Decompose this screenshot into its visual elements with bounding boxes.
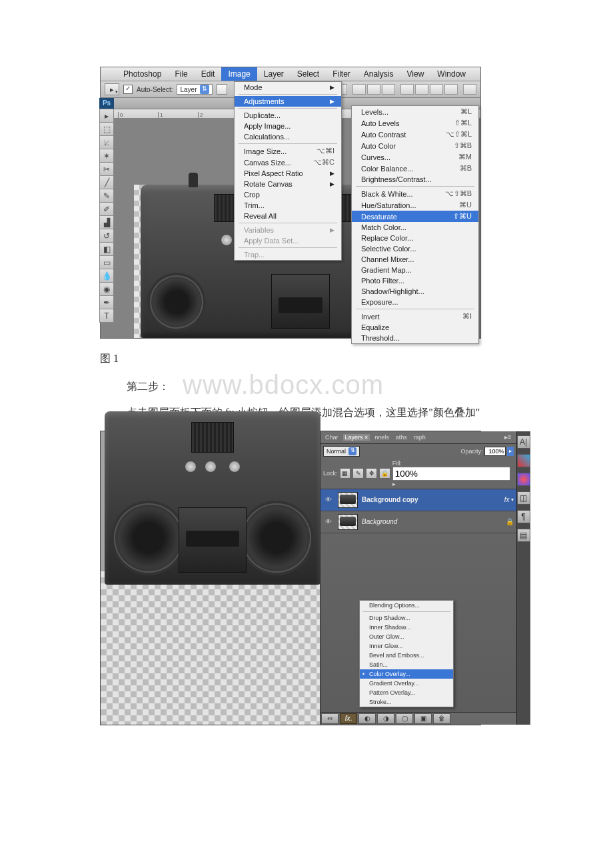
fx-inner-glow[interactable]: Inner Glow...	[360, 641, 453, 651]
add-mask-icon[interactable]: ◐	[358, 713, 376, 724]
menu-photoshop[interactable]: Photoshop	[117, 67, 168, 81]
auto-select-checkbox[interactable]: ✓	[123, 85, 133, 94]
layer-name[interactable]: Background	[362, 518, 506, 525]
menu-item-gradient-map[interactable]: Gradient Map...	[352, 265, 478, 275]
menu-item-threshold[interactable]: Threshold...	[352, 333, 478, 343]
visibility-icon[interactable]: 👁	[323, 518, 334, 525]
dock-color-icon[interactable]	[517, 473, 530, 486]
gradient-tool[interactable]: ▭	[99, 255, 114, 269]
menu-item-replace-color[interactable]: Replace Color...	[352, 233, 478, 243]
move-tool[interactable]: ▸	[99, 109, 114, 123]
blend-mode-dropdown[interactable]: Normal⇅	[323, 446, 360, 457]
menu-item-calculations[interactable]: Calculations...	[235, 131, 341, 142]
menu-item-auto-contrast[interactable]: Auto Contrast⌥⇧⌘L	[352, 129, 478, 140]
layer-name[interactable]: Background copy	[362, 496, 503, 503]
fx-dropdown-icon[interactable]: ▾	[511, 497, 514, 503]
new-group-icon[interactable]: ▢	[396, 713, 413, 724]
menu-item-exposure[interactable]: Exposure...	[352, 297, 478, 307]
fill-input[interactable]	[392, 467, 510, 481]
menu-item-duplicate[interactable]: Duplicate...	[235, 110, 341, 121]
tab-char[interactable]: Char	[323, 434, 340, 441]
auto-select-dropdown[interactable]: Layer⇅	[177, 84, 212, 95]
menu-window[interactable]: Window	[430, 67, 472, 81]
menu-analysis[interactable]: Analysis	[357, 67, 400, 81]
delete-layer-icon[interactable]: 🗑	[433, 713, 450, 724]
menu-item-color-balance[interactable]: Color Balance...⌘B	[352, 163, 478, 174]
fx-blending-options[interactable]: Blending Options...	[360, 601, 453, 610]
transform-controls-icon[interactable]	[217, 84, 227, 95]
layer-thumbnail[interactable]	[338, 492, 358, 508]
lasso-tool[interactable]: ⟀	[99, 135, 114, 149]
new-fill-adjustment-icon[interactable]: ◑	[377, 713, 394, 724]
menu-item-variables[interactable]: Variables▶	[235, 225, 341, 235]
menu-edit[interactable]: Edit	[195, 67, 222, 81]
dock-char-icon[interactable]: A|	[517, 435, 530, 449]
align-icon[interactable]	[382, 84, 395, 95]
fx-bevel-emboss[interactable]: Bevel and Emboss...	[360, 651, 453, 660]
menu-item-apply-image[interactable]: Apply Image...	[235, 121, 341, 131]
distribute-icon[interactable]	[444, 84, 458, 95]
menu-item-match-color[interactable]: Match Color...	[352, 222, 478, 233]
fx-outer-glow[interactable]: Outer Glow...	[360, 632, 453, 641]
menu-item-auto-levels[interactable]: Auto Levels⇧⌘L	[352, 117, 478, 129]
lock-all-icon[interactable]: 🔒	[379, 468, 390, 479]
new-layer-icon[interactable]: ▣	[414, 713, 432, 724]
menu-filter[interactable]: Filter	[326, 67, 357, 81]
menu-item-canvas-size[interactable]: Canvas Size...⌥⌘C	[235, 157, 341, 168]
fx-stroke[interactable]: Stroke...	[360, 697, 453, 707]
menu-item-image-size[interactable]: Image Size...⌥⌘I	[235, 145, 341, 157]
menu-item-pixel-aspect[interactable]: Pixel Aspect Ratio▶	[235, 168, 341, 179]
menu-item-photo-filter[interactable]: Photo Filter...	[352, 275, 478, 286]
menu-item-invert[interactable]: Invert⌘I	[352, 311, 478, 322]
menu-file[interactable]: File	[168, 67, 194, 81]
tab-paragraph[interactable]: raph	[412, 434, 428, 441]
tab-paths[interactable]: aths	[394, 434, 409, 441]
arrange-icon[interactable]	[463, 84, 476, 95]
menu-item-curves[interactable]: Curves...⌘M	[352, 151, 478, 163]
menu-select[interactable]: Select	[291, 67, 326, 81]
canvas[interactable]	[101, 431, 320, 725]
type-tool[interactable]: T	[99, 309, 114, 323]
healing-tool[interactable]: ✎	[99, 189, 114, 203]
menu-view[interactable]: View	[400, 67, 431, 81]
menu-layer[interactable]: Layer	[257, 67, 291, 81]
dock-paragraph-icon[interactable]: ¶	[517, 510, 530, 523]
link-layers-icon[interactable]: ⇔	[321, 713, 338, 724]
distribute-icon[interactable]	[400, 84, 414, 95]
fx-gradient-overlay[interactable]: Gradient Overlay...	[360, 679, 453, 688]
menu-item-hue-saturation[interactable]: Hue/Saturation...⌘U	[352, 199, 478, 211]
menu-item-adjustments[interactable]: Adjustments▶	[235, 96, 341, 107]
stamp-tool[interactable]: ▟	[99, 215, 114, 229]
menu-item-black-white[interactable]: Black & White...⌥⇧⌘B	[352, 188, 478, 199]
menu-item-reveal-all[interactable]: Reveal All	[235, 211, 341, 221]
menu-item-equalize[interactable]: Equalize	[352, 322, 478, 333]
menu-item-rotate-canvas[interactable]: Rotate Canvas▶	[235, 179, 341, 189]
lock-pixels-icon[interactable]: ✎	[352, 468, 364, 479]
layer-row-background-copy[interactable]: 👁 Background copy fx ▾	[320, 489, 516, 511]
layer-row-background[interactable]: 👁 Background 🔒	[320, 511, 516, 533]
dodge-tool[interactable]: ◉	[99, 282, 114, 296]
opacity-input[interactable]	[484, 447, 506, 456]
menu-item-levels[interactable]: Levels...⌘L	[352, 106, 478, 117]
menu-image[interactable]: Image	[221, 67, 257, 81]
history-brush-tool[interactable]: ↺	[99, 229, 114, 243]
eraser-tool[interactable]: ◧	[99, 242, 114, 256]
menu-item-trim[interactable]: Trim...	[235, 200, 341, 211]
crop-tool[interactable]: ✂	[99, 162, 114, 176]
fx-color-overlay[interactable]: Color Overlay...	[360, 669, 453, 679]
lock-transparent-icon[interactable]: ▦	[340, 468, 351, 479]
wand-tool[interactable]: ✶	[99, 149, 114, 163]
panel-flyout-icon[interactable]: ▸≡	[502, 433, 514, 441]
opacity-slider-icon[interactable]: ▸	[507, 447, 514, 456]
fill-slider-icon[interactable]: ▸	[392, 481, 396, 487]
brush-tool[interactable]: ✐	[99, 202, 114, 216]
menu-item-selective-color[interactable]: Selective Color...	[352, 243, 478, 254]
layer-thumbnail[interactable]	[338, 514, 358, 530]
lock-position-icon[interactable]: ✥	[366, 468, 377, 479]
menu-item-brightness-contrast[interactable]: Brightness/Contrast...	[352, 174, 478, 185]
pen-tool[interactable]: ✒	[99, 295, 114, 309]
dock-swatch-icon[interactable]	[517, 454, 530, 467]
tab-channels[interactable]: nnels	[372, 434, 391, 441]
fx-satin[interactable]: Satin...	[360, 660, 453, 669]
add-layer-style-button[interactable]: fx.	[340, 713, 357, 724]
